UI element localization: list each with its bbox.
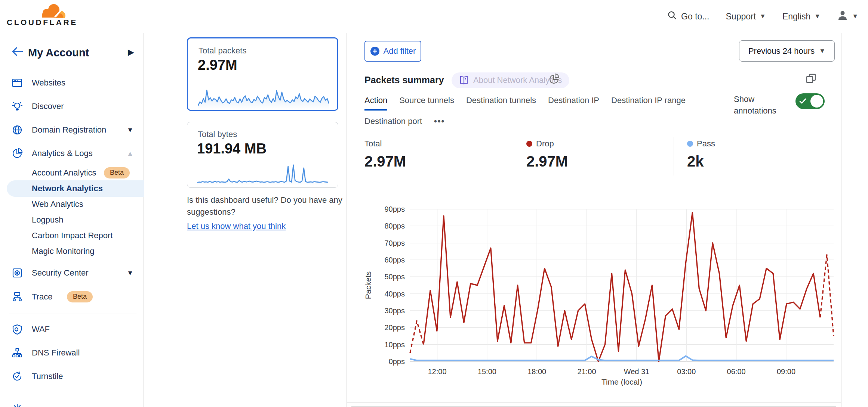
cloudflare-logo-text: CLOUDFLARE [7, 18, 78, 27]
svg-text:03:00: 03:00 [677, 367, 696, 376]
burst-icon [11, 403, 23, 407]
tab-destination-port[interactable]: Destination port [364, 116, 422, 130]
svg-text:21:00: 21:00 [578, 367, 596, 376]
tab-destination-tunnels[interactable]: Destination tunnels [466, 96, 536, 111]
cloudflare-logo-icon[interactable] [37, 2, 68, 19]
svg-text:09:00: 09:00 [777, 367, 795, 376]
stat-total: Total 2.97M [364, 139, 406, 170]
sidebar-item-partial[interactable] [0, 400, 144, 407]
account-header: My Account ▶ [0, 33, 144, 73]
panel-title: Packets summary [364, 75, 444, 86]
add-filter-label: Add filter [384, 46, 416, 56]
sidebar-item-security-center[interactable]: Security Center ▼ [0, 265, 144, 281]
security-safe-icon [11, 267, 23, 279]
tab-destination-ip-range[interactable]: Destination IP range [611, 96, 686, 111]
card-value: 2.97M [198, 57, 237, 73]
svg-text:18:00: 18:00 [527, 367, 546, 376]
time-range-label: Previous 24 hours [748, 46, 815, 56]
dns-hierarchy-icon [11, 347, 23, 359]
feedback-line: suggestions? [187, 206, 348, 218]
packets-time-series-chart[interactable]: 0pps10pps20pps30pps40pps50pps60pps70pps8… [351, 205, 841, 388]
sidebar-item-websites[interactable]: Websites [0, 75, 144, 91]
back-arrow-icon[interactable] [10, 45, 24, 59]
svg-text:12:00: 12:00 [428, 367, 446, 376]
sidebar-item-logpush[interactable]: Logpush [0, 212, 144, 228]
toggle-knob [810, 95, 823, 108]
sidebar-item-discover[interactable]: Discover [0, 98, 144, 115]
feedback-line: Is this dashboard useful? Do you have an… [187, 194, 348, 206]
chevron-right-icon[interactable]: ▶ [128, 47, 134, 57]
beta-badge: Beta [67, 291, 93, 302]
tab-action[interactable]: Action [364, 96, 387, 111]
feedback-block: Is this dashboard useful? Do you have an… [187, 194, 348, 232]
chevron-down-icon: ▼ [127, 126, 133, 134]
sidebar-item-trace[interactable]: Trace Beta [0, 289, 144, 305]
globe-icon [11, 124, 23, 136]
user-menu[interactable]: ▼ [837, 10, 858, 23]
chevron-down-icon: ▼ [852, 13, 858, 20]
sidebar-item-dns-firewall[interactable]: DNS Firewall [0, 345, 144, 361]
svg-text:15:00: 15:00 [478, 367, 496, 376]
time-range-dropdown[interactable]: Previous 24 hours ▼ [739, 40, 835, 62]
svg-text:80pps: 80pps [385, 222, 405, 230]
sidebar-item-account-analytics[interactable]: Account Analytics Beta [0, 165, 144, 181]
sidebar-item-carbon-impact-report[interactable]: Carbon Impact Report [0, 227, 144, 244]
chevron-down-icon: ▼ [760, 13, 766, 20]
sidebar-item-domain-registration[interactable]: Domain Registration ▼ [0, 122, 144, 138]
svg-text:Time (local): Time (local) [601, 378, 642, 386]
turnstile-refresh-check-icon [11, 370, 23, 382]
card-title: Total bytes [198, 130, 237, 139]
svg-text:06:00: 06:00 [727, 367, 746, 376]
sidebar-item-web-analytics[interactable]: Web Analytics [0, 196, 144, 212]
svg-text:70pps: 70pps [385, 239, 405, 247]
sidebar-item-network-analytics[interactable]: Network Analytics [7, 180, 144, 197]
pass-dot-icon [687, 141, 693, 147]
tab-source-tunnels[interactable]: Source tunnels [399, 96, 454, 111]
svg-text:50pps: 50pps [385, 273, 405, 281]
lightbulb-icon [11, 100, 23, 112]
svg-text:90pps: 90pps [385, 205, 405, 213]
svg-text:Packets: Packets [364, 271, 372, 299]
drop-dot-icon [526, 141, 532, 147]
support-label: Support [726, 12, 756, 22]
divider [674, 137, 674, 175]
language-menu[interactable]: English ▼ [782, 12, 821, 22]
sidebar-item-waf[interactable]: WAF [0, 321, 144, 338]
analytics-pie-icon [11, 147, 23, 159]
divider [841, 33, 841, 407]
pie-chart-icon[interactable] [549, 73, 560, 86]
svg-text:20pps: 20pps [385, 323, 405, 332]
sidebar-item-turnstile[interactable]: Turnstile [0, 368, 144, 385]
svg-text:0pps: 0pps [389, 357, 405, 366]
stat-value: 2k [687, 153, 715, 170]
sidebar-item-magic-monitoring[interactable]: Magic Monitoring [0, 243, 144, 260]
support-menu[interactable]: Support ▼ [726, 12, 766, 22]
stat-label: Total [364, 139, 382, 149]
plus-circle-icon [370, 46, 380, 56]
user-icon [837, 10, 848, 23]
chevron-up-icon: ▲ [127, 150, 133, 158]
divider [513, 137, 513, 175]
annotations-toggle[interactable] [795, 93, 825, 109]
feedback-link[interactable]: Let us know what you think [187, 220, 286, 232]
book-icon [459, 75, 469, 85]
top-bar: CLOUDFLARE Go to... Support ▼ English ▼ [0, 0, 868, 33]
goto-search[interactable]: Go to... [667, 10, 709, 23]
chevron-down-icon: ▼ [819, 47, 825, 55]
stat-label: Drop [536, 139, 554, 149]
account-title[interactable]: My Account [28, 47, 89, 59]
divider [9, 393, 136, 393]
add-filter-button[interactable]: Add filter [364, 41, 421, 62]
cloudflare-dashboard: CLOUDFLARE Go to... Support ▼ English ▼ [0, 0, 868, 407]
svg-text:Wed 31: Wed 31 [624, 367, 650, 376]
more-tabs-icon[interactable]: ••• [434, 116, 445, 130]
chevron-down-icon: ▼ [814, 13, 821, 20]
tab-destination-ip[interactable]: Destination IP [548, 96, 599, 111]
total-packets-card[interactable]: Total packets 2.97M [187, 37, 338, 111]
expand-panel-icon[interactable] [804, 72, 818, 87]
sidebar-item-analytics-logs[interactable]: Analytics & Logs ▲ [0, 145, 144, 162]
total-bytes-card[interactable]: Total bytes 191.94 MB [187, 122, 338, 188]
divider [347, 33, 347, 407]
trace-sitemap-icon [11, 291, 23, 303]
card-value: 191.94 MB [197, 141, 267, 157]
